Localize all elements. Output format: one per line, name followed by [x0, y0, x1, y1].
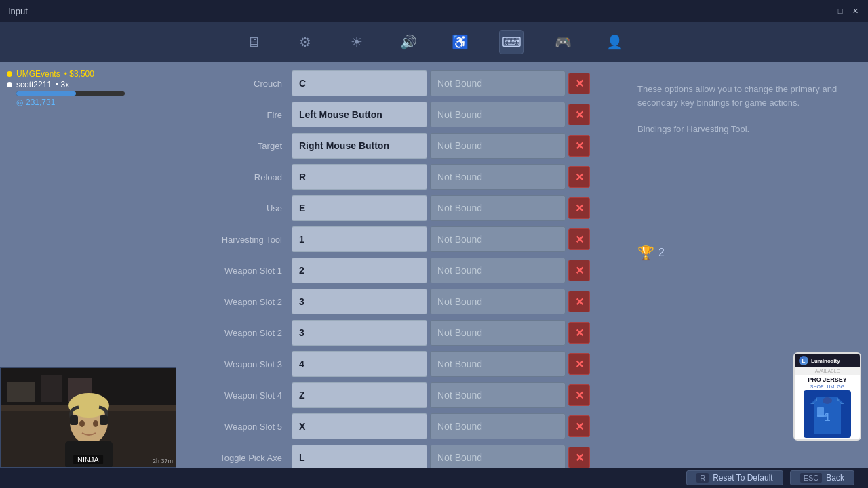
svg-rect-20: [817, 415, 827, 417]
promo-jersey-text: PRO JERSEY: [795, 375, 860, 384]
action-label: Weapon Slot 2: [183, 328, 292, 338]
secondary-binding-button[interactable]: Not Bound: [430, 195, 566, 221]
promo-header: L Luminosity: [795, 354, 860, 367]
table-row: Weapon Slot 4ZNot Bound✕: [183, 381, 610, 409]
multiplier: • 3x: [56, 80, 69, 89]
trophy-icon: 🏆: [637, 245, 654, 261]
promo-available: AVAILABLE: [795, 367, 860, 375]
primary-binding-button[interactable]: 3: [292, 320, 427, 346]
secondary-binding-button[interactable]: Not Bound: [430, 102, 566, 127]
svg-rect-9: [70, 415, 78, 425]
action-label: Weapon Slot 2: [183, 297, 292, 307]
primary-binding-button[interactable]: R: [292, 164, 427, 190]
minimize-button[interactable]: —: [821, 6, 830, 16]
table-row: Toggle Pick AxeLNot Bound✕: [183, 443, 610, 468]
promo-logo-circle: L: [799, 356, 808, 365]
primary-binding-button[interactable]: C: [292, 70, 427, 96]
promo-overlay[interactable]: L Luminosity AVAILABLE PRO JERSEY SHOP.L…: [793, 352, 861, 441]
secondary-binding-button[interactable]: Not Bound: [430, 320, 566, 346]
maximize-button[interactable]: □: [835, 6, 845, 16]
table-row: TargetRight Mouse ButtonNot Bound✕: [183, 131, 610, 160]
channel-dot: [7, 71, 12, 77]
reset-key: R: [696, 473, 709, 483]
username-row: scott2211 • 3x: [7, 80, 125, 89]
secondary-binding-button[interactable]: Not Bound: [430, 164, 566, 190]
close-button[interactable]: ✕: [850, 6, 860, 16]
promo-shop-link[interactable]: SHOP.LUMI.GG: [795, 384, 860, 389]
clear-binding-button[interactable]: ✕: [568, 104, 590, 125]
clear-binding-button[interactable]: ✕: [568, 260, 590, 281]
clear-binding-button[interactable]: ✕: [568, 353, 590, 375]
username: scott2211: [16, 80, 52, 89]
table-row: ReloadRNot Bound✕: [183, 163, 610, 191]
table-row: Weapon Slot 5XNot Bound✕: [183, 412, 610, 441]
controller-nav-icon[interactable]: 🎮: [551, 30, 575, 54]
xp-bar: [16, 92, 76, 96]
clear-binding-button[interactable]: ✕: [568, 384, 590, 406]
secondary-binding-button[interactable]: Not Bound: [430, 258, 566, 283]
user-dot: [7, 82, 12, 87]
clear-binding-button[interactable]: ✕: [568, 291, 590, 312]
clear-binding-button[interactable]: ✕: [568, 228, 590, 250]
bindings-label: Bindings for Harvesting Tool.: [637, 123, 854, 136]
clear-binding-button[interactable]: ✕: [568, 73, 590, 94]
primary-binding-button[interactable]: 2: [292, 258, 427, 283]
clear-binding-button[interactable]: ✕: [568, 166, 590, 188]
stream-info: UMGEvents • $3,500 scott2211 • 3x ◎ 231,…: [7, 69, 125, 107]
table-row: Weapon Slot 23Not Bound✕: [183, 319, 610, 347]
primary-binding-button[interactable]: Left Mouse Button: [292, 102, 427, 127]
channel-name: UMGEvents: [16, 69, 60, 79]
action-label: Weapon Slot 3: [183, 359, 292, 369]
clear-binding-button[interactable]: ✕: [568, 322, 590, 344]
primary-binding-button[interactable]: L: [292, 445, 427, 468]
gear-nav-icon[interactable]: ⚙: [293, 30, 317, 54]
webcam-svg: [1, 368, 176, 468]
clear-binding-button[interactable]: ✕: [568, 135, 590, 157]
table-row: Weapon Slot 23Not Bound✕: [183, 287, 610, 316]
promo-jersey-image: 1: [804, 390, 851, 438]
clear-binding-button[interactable]: ✕: [568, 197, 590, 219]
primary-binding-button[interactable]: 3: [292, 289, 427, 314]
clear-binding-button[interactable]: ✕: [568, 415, 590, 437]
xp-bar-container: [16, 92, 125, 96]
primary-binding-button[interactable]: Right Mouse Button: [292, 133, 427, 159]
svg-rect-3: [7, 382, 35, 402]
window-title: Input: [8, 6, 28, 16]
back-button[interactable]: ESC Back: [790, 470, 854, 485]
volume-nav-icon[interactable]: 🔊: [396, 30, 420, 54]
secondary-binding-button[interactable]: Not Bound: [430, 289, 566, 314]
clear-binding-button[interactable]: ✕: [568, 447, 590, 468]
bindings-panel[interactable]: CrouchCNot Bound✕FireLeft Mouse ButtonNo…: [183, 69, 610, 468]
secondary-binding-button[interactable]: Not Bound: [430, 133, 566, 159]
brightness-nav-icon[interactable]: ☀: [344, 30, 369, 54]
svg-point-11: [79, 420, 85, 427]
secondary-binding-button[interactable]: Not Bound: [430, 70, 566, 96]
secondary-binding-button[interactable]: Not Bound: [430, 445, 566, 468]
monitor-nav-icon[interactable]: 🖥: [241, 30, 266, 54]
webcam-feed: NINJA 2h 37m: [1, 368, 176, 467]
trophy-badge: 🏆 2: [637, 245, 854, 261]
svg-rect-17: [823, 397, 832, 404]
nav-bar: 🖥 ⚙ ☀ 🔊 ♿ ⌨ 🎮 👤: [0, 22, 868, 62]
keyboard-nav-icon[interactable]: ⌨: [499, 30, 524, 54]
secondary-binding-button[interactable]: Not Bound: [430, 351, 566, 377]
reset-label: Reset To Default: [713, 473, 773, 483]
webcam: NINJA 2h 37m: [0, 367, 176, 468]
accessibility-nav-icon[interactable]: ♿: [448, 30, 472, 54]
bottom-bar: R Reset To Default ESC Back: [0, 468, 868, 488]
action-label: Weapon Slot 4: [183, 390, 292, 401]
table-row: FireLeft Mouse ButtonNot Bound✕: [183, 100, 610, 129]
primary-binding-button[interactable]: E: [292, 195, 427, 221]
primary-binding-button[interactable]: X: [292, 413, 427, 439]
reset-to-default-button[interactable]: R Reset To Default: [686, 470, 783, 485]
table-row: CrouchCNot Bound✕: [183, 69, 610, 98]
user-nav-icon[interactable]: 👤: [602, 30, 627, 54]
action-label: Fire: [183, 110, 292, 120]
secondary-binding-button[interactable]: Not Bound: [430, 382, 566, 408]
primary-binding-button[interactable]: 1: [292, 226, 427, 252]
secondary-binding-button[interactable]: Not Bound: [430, 226, 566, 252]
secondary-binding-button[interactable]: Not Bound: [430, 413, 566, 439]
table-row: Weapon Slot 34Not Bound✕: [183, 350, 610, 378]
primary-binding-button[interactable]: 4: [292, 351, 427, 377]
primary-binding-button[interactable]: Z: [292, 382, 427, 408]
